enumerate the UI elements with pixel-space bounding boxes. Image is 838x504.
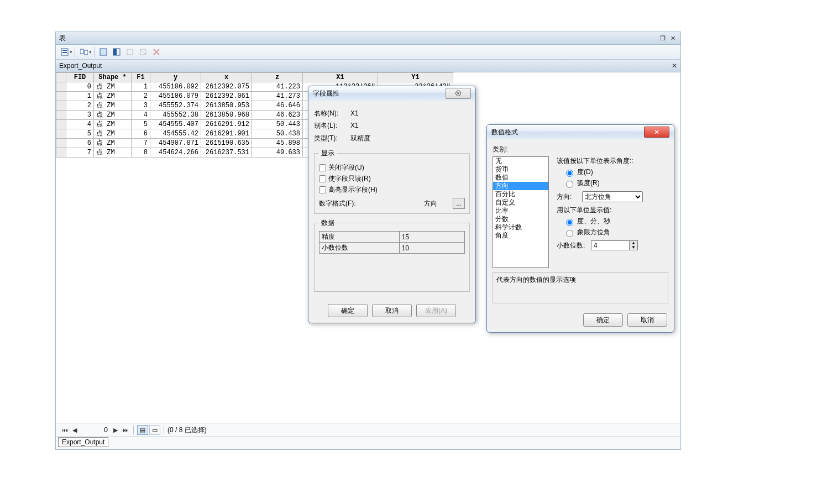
cell[interactable]: 454624.266	[150, 148, 201, 158]
cell[interactable]: 5	[132, 120, 150, 129]
cell[interactable]: 7	[132, 139, 150, 148]
cell[interactable]: 50.443	[252, 120, 303, 129]
cell[interactable]: 46.646	[252, 101, 303, 111]
select-by-attributes-button[interactable]	[97, 46, 110, 58]
number-format-more-button[interactable]: ...	[453, 198, 465, 209]
cell[interactable]: 455106.079	[150, 92, 201, 101]
angle-radians-radio[interactable]: 弧度(R)	[563, 179, 668, 188]
cell[interactable]: 8	[132, 148, 150, 158]
cell[interactable]: 4	[66, 120, 94, 129]
cancel-button[interactable]: 取消	[372, 304, 412, 317]
cell[interactable]: 6	[132, 129, 150, 139]
cell[interactable]: 4	[132, 111, 150, 120]
row-selector[interactable]	[56, 139, 66, 148]
cell[interactable]: 49.633	[252, 148, 303, 158]
cell[interactable]: 50.438	[252, 129, 303, 139]
category-item[interactable]: 比率	[493, 207, 548, 215]
cell[interactable]: 2616291.912	[201, 120, 252, 129]
active-tab-label[interactable]: Export_Output	[59, 62, 102, 70]
row-selector[interactable]	[56, 129, 66, 139]
decimal-places-spinner[interactable]: ▲▼	[591, 240, 638, 250]
category-item[interactable]: 货币	[493, 165, 548, 174]
cell[interactable]: 6	[66, 139, 94, 148]
cell[interactable]: 2	[66, 101, 94, 111]
cancel-button[interactable]: 取消	[627, 313, 667, 327]
row-selector[interactable]	[56, 92, 66, 101]
cell[interactable]: 2616291.901	[201, 129, 252, 139]
cell[interactable]: 2615190.635	[201, 139, 252, 148]
category-item[interactable]: 数值	[493, 174, 548, 182]
category-item[interactable]: 百分比	[493, 190, 548, 198]
row-selector[interactable]	[56, 148, 66, 158]
row-selector[interactable]	[56, 82, 66, 92]
show-all-button[interactable]: ▤	[137, 425, 148, 435]
alias-value[interactable]: X1	[347, 120, 470, 130]
dialog-close-button[interactable]: ✕	[644, 127, 669, 138]
cell[interactable]: 点 ZM	[94, 92, 132, 101]
show-selected-button[interactable]: ▭	[149, 425, 160, 435]
cell[interactable]: 1	[132, 82, 150, 92]
clear-selection-button[interactable]	[137, 46, 150, 58]
next-record-button[interactable]: ▶	[111, 426, 120, 434]
cell[interactable]: 455552.38	[150, 111, 201, 120]
cell[interactable]: 2612392.061	[201, 92, 252, 101]
column-header[interactable]: y	[150, 73, 201, 82]
ok-button[interactable]: 确定	[328, 304, 368, 317]
tab-close-button[interactable]: ✕	[672, 62, 677, 70]
cell[interactable]: 455552.374	[150, 101, 201, 111]
cell[interactable]: 46.623	[252, 111, 303, 120]
category-item[interactable]: 分数	[493, 215, 548, 223]
zoom-selected-button[interactable]	[123, 46, 137, 58]
category-item[interactable]: 方向	[493, 182, 548, 190]
display-quadrant-radio[interactable]: 象限方位角	[563, 228, 668, 237]
cell[interactable]: 点 ZM	[94, 111, 132, 120]
last-record-button[interactable]: ⏭	[121, 426, 130, 434]
row-selector[interactable]	[56, 111, 66, 120]
restore-button[interactable]: ❐	[658, 34, 667, 42]
current-record-input[interactable]: 0	[80, 426, 110, 434]
close-button[interactable]: ✕	[668, 34, 677, 42]
category-item[interactable]: 自定义	[493, 198, 548, 207]
decimal-places-input[interactable]	[591, 240, 630, 250]
cell[interactable]: 45.898	[252, 139, 303, 148]
first-record-button[interactable]: ⏮	[60, 426, 69, 434]
cell[interactable]: 41.273	[252, 92, 303, 101]
prev-record-button[interactable]: ◀	[70, 426, 79, 434]
column-header[interactable]: z	[252, 73, 303, 82]
category-item[interactable]: 角度	[493, 232, 548, 240]
cell[interactable]: 7	[66, 148, 94, 158]
dropdown-icon[interactable]: ▾	[70, 49, 72, 55]
direction-select[interactable]: 北方位角	[582, 191, 643, 202]
cell[interactable]: 点 ZM	[94, 82, 132, 92]
row-selector[interactable]	[56, 101, 66, 111]
cell[interactable]: 点 ZM	[94, 129, 132, 139]
cell[interactable]: 点 ZM	[94, 120, 132, 129]
highlight-field-checkbox[interactable]: 高亮显示字段(H)	[319, 185, 465, 195]
switch-selection-button[interactable]	[110, 46, 123, 58]
cell[interactable]: 2612392.075	[201, 82, 252, 92]
cell[interactable]: 454555.42	[150, 129, 201, 139]
cell[interactable]: 454907.871	[150, 139, 201, 148]
angle-degrees-radio[interactable]: 度(D)	[563, 167, 668, 177]
dropdown-icon[interactable]: ▾	[89, 49, 92, 55]
turn-off-field-checkbox[interactable]: 关闭字段(U)	[319, 163, 465, 172]
cell[interactable]: 2616237.531	[201, 148, 252, 158]
row-selector[interactable]	[56, 120, 66, 129]
column-header[interactable]: X1	[303, 73, 378, 82]
cell[interactable]: 点 ZM	[94, 148, 132, 158]
cell[interactable]: 0	[66, 82, 94, 92]
category-item[interactable]: 科学计数	[493, 223, 548, 232]
column-header[interactable]: F1	[132, 73, 150, 82]
cell[interactable]: 点 ZM	[94, 139, 132, 148]
cell[interactable]: 2	[132, 92, 150, 101]
cell[interactable]: 3	[66, 111, 94, 120]
column-header[interactable]: x	[201, 73, 252, 82]
column-header[interactable]: Y1	[378, 73, 453, 82]
cell[interactable]: 455106.092	[150, 82, 201, 92]
readonly-field-checkbox[interactable]: 使字段只读(R)	[319, 174, 465, 183]
delete-button[interactable]	[150, 46, 163, 58]
cell[interactable]: 41.223	[252, 82, 303, 92]
apply-button[interactable]: 应用(A)	[416, 304, 456, 317]
ok-button[interactable]: 确定	[583, 313, 623, 327]
cell[interactable]: 3	[132, 101, 150, 111]
